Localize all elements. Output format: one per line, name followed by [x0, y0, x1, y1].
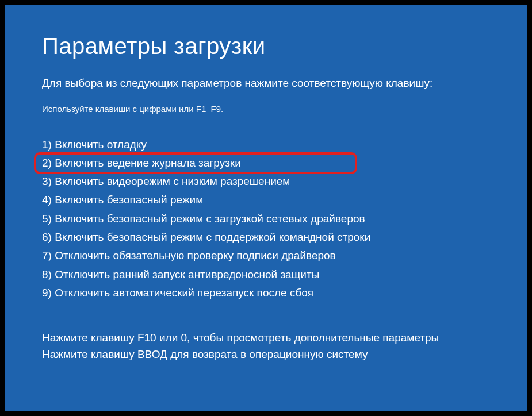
- option-8[interactable]: 8) Отключить ранний запуск антивредоносн…: [42, 265, 319, 284]
- footer-line-1: Нажмите клавишу F10 или 0, чтобы просмот…: [42, 330, 490, 346]
- option-3[interactable]: 3) Включить видеорежим с низким разрешен…: [42, 172, 290, 191]
- option-6[interactable]: 6) Включить безопасный режим с поддержко…: [42, 228, 370, 246]
- option-5[interactable]: 5) Включить безопасный режим с загрузкой…: [42, 210, 365, 228]
- option-4[interactable]: 4) Включить безопасный режим: [42, 191, 203, 209]
- option-2[interactable]: 2) Включить ведение журнала загрузки: [42, 154, 241, 172]
- startup-settings-screen: Параметры загрузки Для выбора из следующ…: [5, 5, 527, 411]
- page-title: Параметры загрузки: [42, 33, 490, 59]
- option-1[interactable]: 1) Включить отладку: [42, 136, 147, 154]
- hint-text: Используйте клавиши с цифрами или F1–F9.: [42, 104, 490, 114]
- options-list: 1) Включить отладку 2) Включить ведение …: [42, 136, 490, 303]
- footer-instructions: Нажмите клавишу F10 или 0, чтобы просмот…: [42, 330, 490, 363]
- instruction-text: Для выбора из следующих параметров нажми…: [42, 75, 490, 91]
- option-9[interactable]: 9) Отключить автоматический перезапуск п…: [42, 284, 313, 302]
- option-7[interactable]: 7) Отключить обязательную проверку подпи…: [42, 246, 336, 265]
- footer-line-2: Нажмите клавишу ВВОД для возврата в опер…: [42, 346, 490, 363]
